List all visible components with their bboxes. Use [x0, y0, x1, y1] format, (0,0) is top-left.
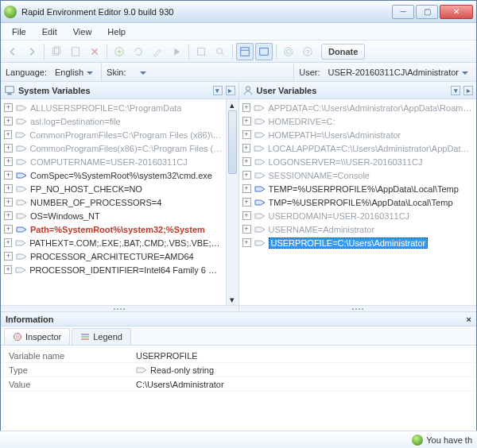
- expand-icon[interactable]: +: [4, 171, 13, 180]
- maximize-button[interactable]: ▢: [416, 5, 438, 19]
- toolbar-paste-button[interactable]: [67, 43, 84, 60]
- user-dropdown[interactable]: USER-20160311CJ\Administrator: [325, 68, 473, 77]
- user-tree[interactable]: +APPDATA=C:\Users\Administrator\AppData\…: [239, 99, 477, 305]
- toolbar-filter-button[interactable]: [236, 43, 254, 60]
- tree-row[interactable]: +CommonProgramFiles(x86)=C:\Program File…: [1, 141, 226, 155]
- svg-rect-13: [7, 93, 11, 95]
- close-button[interactable]: ✕: [440, 5, 473, 19]
- tree-row[interactable]: +CommonProgramFiles=C:\Program Files (x8…: [1, 128, 226, 141]
- toolbar-help-button[interactable]: ?: [299, 43, 316, 60]
- svg-rect-2: [72, 47, 80, 56]
- tree-row[interactable]: +Path=%SystemRoot%\system32;%System: [1, 222, 226, 236]
- scroll-up-icon[interactable]: ▴: [227, 99, 238, 110]
- tree-row[interactable]: +HOMEPATH=\Users\Administrator: [239, 128, 477, 141]
- tab-legend[interactable]: Legend: [72, 328, 131, 345]
- tree-row[interactable]: +PATHEXT=.COM;.EXE;.BAT;.CMD;.VBS;.VBE;.…: [1, 236, 226, 249]
- expand-icon[interactable]: +: [242, 198, 251, 207]
- menu-edit[interactable]: Edit: [36, 25, 64, 39]
- pane-collapse-button[interactable]: ▸: [463, 86, 473, 95]
- info-row-name: Variable name USERPROFILE: [1, 349, 476, 363]
- expand-icon[interactable]: +: [242, 130, 251, 139]
- expand-icon[interactable]: +: [4, 184, 13, 193]
- toolbar-edit-button[interactable]: [149, 43, 166, 60]
- expand-icon[interactable]: +: [4, 157, 13, 166]
- toolbar-refresh-button[interactable]: [130, 43, 147, 60]
- menu-help[interactable]: Help: [101, 25, 132, 39]
- expand-icon[interactable]: +: [242, 117, 251, 126]
- toolbar-copy-button[interactable]: [48, 43, 65, 60]
- menu-view[interactable]: View: [67, 25, 99, 39]
- pane-collapse-button[interactable]: ▸: [226, 86, 235, 95]
- scrollbar[interactable]: ▴ ▾: [226, 99, 238, 305]
- tab-inspector[interactable]: Inspector: [4, 328, 70, 345]
- toolbar-run-button[interactable]: [168, 43, 185, 60]
- expand-icon[interactable]: +: [4, 144, 13, 153]
- toolbar-forward-button[interactable]: [23, 43, 41, 60]
- toolbar-back-button[interactable]: [4, 43, 21, 60]
- expand-icon[interactable]: +: [4, 265, 12, 274]
- tree-row[interactable]: +LOGONSERVER=\\USER-20160311CJ: [239, 155, 477, 168]
- tree-row[interactable]: +ComSpec=%SystemRoot%\system32\cmd.exe: [1, 168, 226, 182]
- language-dropdown[interactable]: English: [52, 68, 98, 77]
- resize-grip[interactable]: [239, 305, 477, 311]
- tree-row[interactable]: +PROCESSOR_IDENTIFIER=Intel64 Family 6 M…: [1, 263, 226, 276]
- pane-menu-button[interactable]: ▾: [451, 86, 460, 95]
- expand-icon[interactable]: +: [4, 103, 13, 112]
- menu-file[interactable]: File: [6, 25, 33, 39]
- svg-point-14: [246, 86, 250, 90]
- donate-button[interactable]: Donate: [321, 44, 365, 60]
- tree-row[interactable]: +COMPUTERNAME=USER-20160311CJ: [1, 155, 226, 168]
- svg-text:?: ?: [305, 47, 309, 56]
- expand-icon[interactable]: +: [242, 171, 251, 180]
- expand-icon[interactable]: +: [4, 130, 12, 139]
- expand-icon[interactable]: +: [242, 225, 251, 234]
- svg-rect-17: [81, 334, 89, 335]
- toolbar-delete-button[interactable]: [86, 43, 103, 60]
- tree-row[interactable]: +PROCESSOR_ARCHITECTURE=AMD64: [1, 249, 226, 263]
- tree-row[interactable]: +SESSIONNAME=Console: [239, 168, 477, 182]
- toolbar-import-button[interactable]: [192, 43, 210, 60]
- svg-rect-6: [241, 47, 250, 56]
- expand-icon[interactable]: +: [4, 211, 13, 220]
- toolbar-view-button[interactable]: [255, 43, 273, 60]
- toolbar-add-button[interactable]: [111, 43, 128, 60]
- tree-row[interactable]: +USERNAME=Administrator: [239, 222, 477, 236]
- user-icon: [242, 85, 254, 96]
- tree-row[interactable]: +OS=Windows_NT: [1, 209, 226, 222]
- tree-row[interactable]: +APPDATA=C:\Users\Administrator\AppData\…: [239, 101, 477, 114]
- resize-grip[interactable]: [1, 305, 238, 311]
- expand-icon[interactable]: +: [242, 103, 251, 112]
- tree-row[interactable]: +asl.log=Destination=file: [1, 114, 226, 128]
- expand-icon[interactable]: +: [242, 238, 251, 247]
- toolbar-settings-button[interactable]: [280, 43, 297, 60]
- tree-row[interactable]: +ALLUSERSPROFILE=C:\ProgramData: [1, 101, 226, 114]
- tree-row[interactable]: +USERDOMAIN=USER-20160311CJ: [239, 209, 477, 222]
- info-close-button[interactable]: ×: [467, 315, 471, 324]
- expand-icon[interactable]: +: [4, 252, 13, 261]
- expand-icon[interactable]: +: [242, 144, 250, 153]
- expand-icon[interactable]: +: [242, 184, 251, 193]
- scroll-down-icon[interactable]: ▾: [227, 294, 238, 305]
- expand-icon[interactable]: +: [4, 117, 13, 126]
- expand-icon[interactable]: +: [242, 211, 251, 220]
- info-value-value: C:\Users\Administrator: [136, 380, 224, 389]
- expand-icon[interactable]: +: [4, 198, 13, 207]
- tree-row[interactable]: +TEMP=%USERPROFILE%\AppData\Local\Temp: [239, 182, 477, 195]
- scroll-thumb[interactable]: [228, 110, 237, 174]
- expand-icon[interactable]: +: [4, 238, 12, 247]
- user-pane-title: User Variables: [257, 86, 317, 95]
- tree-row[interactable]: +HOMEDRIVE=C:: [239, 114, 477, 128]
- tree-row[interactable]: +LOCALAPPDATA=C:\Users\Administrator\App…: [239, 141, 477, 155]
- expand-icon[interactable]: +: [4, 225, 13, 234]
- tree-row[interactable]: +TMP=%USERPROFILE%\AppData\Local\Temp: [239, 195, 477, 209]
- tree-row[interactable]: +USERPROFILE=C:\Users\Administrator: [239, 236, 477, 249]
- system-tree[interactable]: +ALLUSERSPROFILE=C:\ProgramData+asl.log=…: [1, 99, 226, 305]
- tree-row[interactable]: +NUMBER_OF_PROCESSORS=4: [1, 195, 226, 209]
- expand-icon[interactable]: +: [242, 157, 251, 166]
- pane-menu-button[interactable]: ▾: [213, 86, 223, 95]
- toolbar-search-button[interactable]: [211, 43, 229, 60]
- separator: [232, 44, 233, 60]
- minimize-button[interactable]: ─: [392, 5, 414, 19]
- tree-row[interactable]: +FP_NO_HOST_CHECK=NO: [1, 182, 226, 195]
- skin-dropdown[interactable]: [131, 68, 151, 77]
